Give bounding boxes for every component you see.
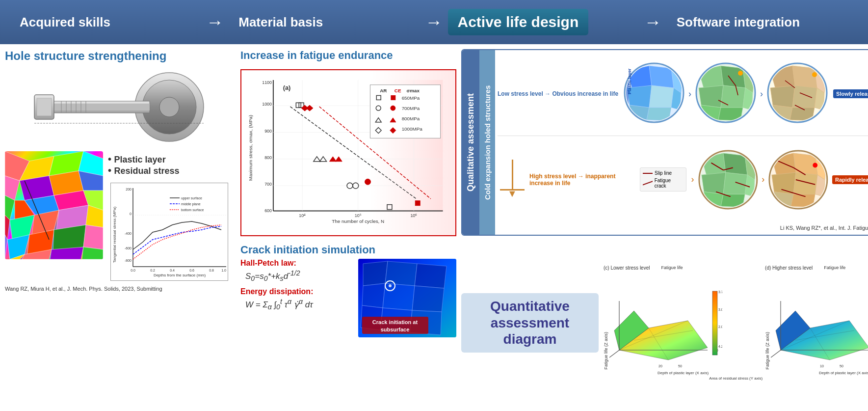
high-warm-circle-svg — [767, 148, 830, 212]
bullet-residual: Residual stress — [108, 165, 236, 176]
fatigue-crack-legend: Fatigue crack — [643, 178, 684, 189]
svg-text:-400: -400 — [125, 232, 132, 235]
nav-item-active[interactable]: Active life design — [448, 9, 639, 35]
svg-text:700: 700 — [264, 182, 272, 187]
svg-text:-600: -600 — [125, 247, 132, 250]
quantitative-title: Quantitative assessment diagram — [461, 293, 599, 353]
right-reference: Li KS, Wang RZ*, et al., Int. J. Fatigue… — [498, 223, 868, 232]
svg-marker-182 — [701, 172, 725, 194]
svg-text:0: 0 — [130, 212, 132, 216]
svg-text:10: 10 — [820, 364, 824, 368]
svg-marker-137 — [649, 66, 674, 88]
svg-marker-140 — [649, 85, 674, 108]
crack-equations: Hall-Petch law: S0=s0*+ksd-1/2 Energy di… — [240, 259, 351, 316]
svg-marker-168 — [792, 85, 817, 108]
svg-text:CE: CE — [395, 88, 401, 93]
chart3d-container: (c) Lower stress level Fatigue life Fati… — [604, 265, 868, 381]
slowly-released-badge: Slowly released residual stress — [833, 89, 868, 98]
low-stress-label: Low stress level → Obvious increase in l… — [498, 90, 618, 97]
svg-marker-37 — [83, 225, 103, 249]
svg-rect-4 — [47, 104, 150, 110]
svg-text:1.0: 1.0 — [221, 269, 226, 272]
svg-point-175 — [812, 72, 817, 77]
svg-point-129 — [389, 284, 392, 287]
chart-d-label: (d) Higher stress level — [765, 265, 813, 271]
qual-content: Low stress level → Obvious increase in l… — [495, 50, 868, 235]
fatigue-chart: Maximum stress, σmax, (MPa) The number o… — [240, 69, 456, 236]
svg-marker-197 — [772, 172, 796, 194]
stress-graph: Tangential residual stress (MPa) Depths … — [110, 183, 228, 281]
cold-expansion-label: Cold expansion holed structures — [479, 50, 495, 235]
svg-text:50: 50 — [840, 364, 843, 368]
nav-item-acquired[interactable]: Acquired skills — [10, 10, 201, 35]
fatigue-svg: Maximum stress, σmax, (MPa) The number o… — [246, 75, 450, 230]
nav-item-software[interactable]: Software integration — [667, 10, 858, 35]
chart-d-svg: 350 50 10 1.5×10⁴ 1.2×10⁴ 9.6×10³ 8.0×10… — [771, 272, 868, 370]
svg-text:900: 900 — [264, 129, 272, 134]
chart-d-z-axis: Fatigue life (Z axis) — [765, 332, 770, 370]
high-crack-circle-svg — [697, 148, 760, 212]
crack-content: Hall-Petch law: S0=s0*+ksd-1/2 Energy di… — [240, 259, 456, 337]
main-content: Hole structure strengthening — [0, 44, 868, 411]
chart-d-fatigue-label: Fatigue life — [824, 265, 845, 270]
nav-label-active: Active life design — [448, 9, 589, 35]
svg-text:0.2: 0.2 — [150, 269, 155, 272]
svg-text:0.0: 0.0 — [131, 269, 135, 272]
svg-text:3.7×10⁴: 3.7×10⁴ — [718, 290, 722, 294]
svg-marker-121 — [415, 264, 447, 288]
svg-marker-123 — [383, 283, 415, 310]
grain-svg — [5, 151, 103, 259]
nav-item-material[interactable]: Material basis — [229, 10, 420, 35]
top-navigation: Acquired skills → Material basis → Activ… — [0, 0, 868, 44]
svg-text:AR: AR — [380, 88, 387, 93]
svg-text:middle plane: middle plane — [181, 202, 201, 206]
svg-text:-800: -800 — [125, 259, 132, 262]
qualitative-label: Qualitative assessment — [462, 50, 479, 235]
energy-title: Energy dissipation: — [240, 287, 351, 296]
svg-text:Plastic layer: Plastic layer — [627, 68, 632, 94]
energy-formula: W = Σα ∫0t τα γ̇α dτ — [240, 298, 351, 311]
svg-text:10⁵: 10⁵ — [355, 213, 362, 218]
svg-point-206 — [813, 163, 818, 167]
chart-c-z-axis: Fatigue life (Z axis) — [604, 332, 608, 370]
nav-label-acquired: Acquired skills — [10, 10, 120, 35]
svg-line-230 — [771, 350, 781, 357]
svg-text:800: 800 — [264, 155, 272, 160]
svg-text:20: 20 — [658, 364, 662, 368]
svg-line-214 — [609, 350, 619, 357]
svg-marker-180 — [723, 153, 747, 175]
svg-marker-119 — [363, 261, 388, 286]
svg-text:Crack initiation at: Crack initiation at — [372, 319, 418, 325]
chart-c-svg: 350 50 20 3.7×10⁴ 3.0×10⁴ 2.0×10⁴ 4.2×10… — [609, 272, 722, 370]
grain-image — [5, 151, 103, 259]
bullet-list: Plastic layer Residual stress — [108, 151, 236, 179]
nav-label-software: Software integration — [667, 10, 810, 35]
svg-point-160 — [738, 71, 743, 76]
svg-marker-122 — [362, 283, 385, 308]
qualitative-box: Qualitative assessment Cold expansion ho… — [461, 49, 868, 236]
chart-c-x-axis: Depth of plastic layer (X axis) — [604, 371, 763, 375]
svg-text:800MPa: 800MPa — [402, 116, 420, 121]
rapidly-released-badge: Rapidly released residual stress — [832, 175, 868, 184]
svg-text:1000: 1000 — [262, 102, 272, 107]
mechanism-image — [27, 68, 213, 146]
svg-rect-12 — [37, 98, 52, 116]
hole-title: Hole structure strengthening — [5, 49, 236, 63]
svg-text:Maximum stress, σmax, (MPa): Maximum stress, σmax, (MPa) — [248, 115, 253, 181]
svg-text:0.8: 0.8 — [209, 269, 214, 272]
left-citation: Wang RZ, Miura H, et al., J. Mech. Phys.… — [5, 286, 236, 292]
svg-marker-120 — [385, 261, 417, 286]
low-warm-circle-svg — [765, 61, 829, 125]
svg-point-99 — [365, 179, 371, 185]
middle-panel: Increase in fatigue endurance Maximum st… — [240, 49, 456, 406]
hall-petch-title: Hall-Petch law: — [240, 259, 351, 268]
svg-marker-167 — [770, 85, 795, 108]
crack-sim-svg: Crack initiation at subsurface — [358, 259, 456, 337]
svg-text:10⁴: 10⁴ — [299, 213, 306, 218]
svg-text:700MPa: 700MPa — [402, 106, 420, 111]
svg-point-109 — [391, 106, 395, 110]
svg-text:3.0×10⁴: 3.0×10⁴ — [718, 308, 722, 311]
svg-text:1100: 1100 — [262, 80, 272, 85]
svg-marker-124 — [412, 286, 444, 312]
svg-marker-150 — [721, 66, 745, 88]
